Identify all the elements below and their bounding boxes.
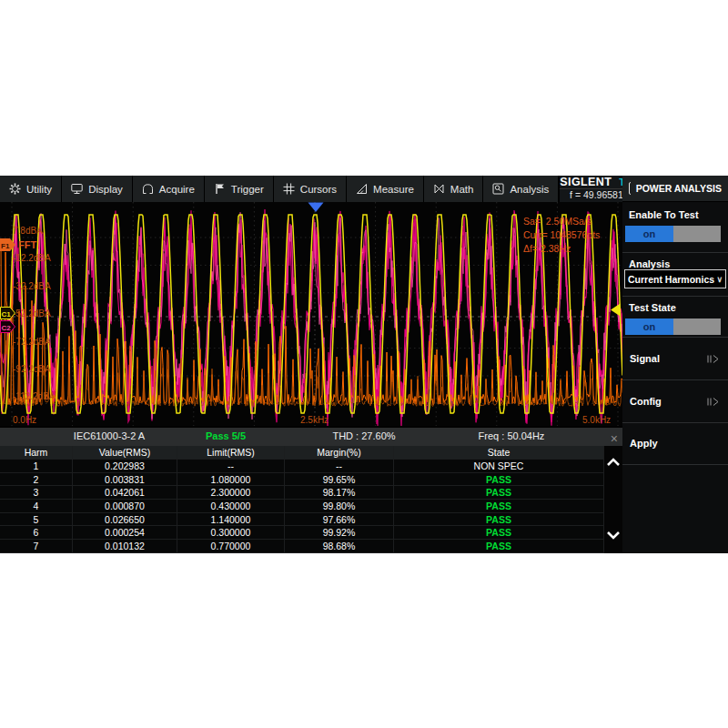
acq-info-line: Curr= 1048576pts bbox=[523, 228, 600, 242]
scroll-down-icon[interactable] bbox=[606, 530, 621, 541]
table-cell: 99.80% bbox=[285, 500, 394, 513]
fft-scale-label: -52.2dBA bbox=[13, 308, 51, 318]
waveform-display[interactable]: 7.8dBA-12.2dBA-32.2dBA-52.2dBA-72.2dBA-9… bbox=[0, 202, 622, 426]
close-icon[interactable]: × bbox=[611, 430, 618, 447]
display-column: UtilityDisplayAcquireTriggerCursorsMeasu… bbox=[0, 176, 622, 553]
menu-label: Analysis bbox=[510, 184, 549, 195]
svg-text:F1: F1 bbox=[1, 242, 10, 250]
measure-icon bbox=[356, 183, 368, 195]
table-cell: 5 bbox=[0, 513, 73, 527]
menu-math[interactable]: Math bbox=[424, 176, 484, 202]
table-cell: 7 bbox=[0, 540, 73, 553]
results-bar: IEC61000-3-2 A Pass 5/5 THD : 27.60% Fre… bbox=[0, 428, 622, 446]
pass-result: Pass 5/5 bbox=[206, 430, 246, 441]
freq-axis-start: 0.0Hz bbox=[13, 415, 36, 425]
scroll-up-icon[interactable] bbox=[606, 457, 621, 468]
menu-measure[interactable]: Measure bbox=[347, 176, 424, 202]
oscilloscope-ui: UtilityDisplayAcquireTriggerCursorsMeasu… bbox=[0, 176, 728, 553]
table-cell: 2.300000 bbox=[177, 486, 285, 500]
table-cell: -- bbox=[177, 460, 285, 473]
menu-label: Math bbox=[450, 184, 474, 195]
menu-analysis[interactable]: Analysis bbox=[483, 176, 559, 202]
divider bbox=[622, 252, 728, 253]
test-state-label: Test State bbox=[629, 302, 676, 313]
power-analysis-panel: POWER ANALYSIS Enable To Test on Analysi… bbox=[622, 176, 728, 553]
table-cell: 6 bbox=[0, 526, 73, 540]
table-cell: 1 bbox=[0, 460, 73, 473]
table-cell: 97.66% bbox=[285, 513, 394, 527]
menu-trigger[interactable]: Trigger bbox=[205, 176, 274, 202]
expand-right-icon bbox=[706, 397, 721, 407]
table-cell: 99.92% bbox=[285, 526, 394, 540]
state-cell: PASS bbox=[394, 486, 604, 500]
table-header-limitrms: Limit(RMS) bbox=[177, 446, 285, 460]
fft-scale-label: -12.2dBA bbox=[13, 253, 51, 263]
freq-readout: Freq : 50.04Hz bbox=[479, 430, 545, 441]
menu-acquire[interactable]: Acquire bbox=[133, 176, 205, 202]
fft-scale-label: -92.2dBA bbox=[13, 364, 51, 374]
menu-label: Display bbox=[88, 184, 123, 195]
table-cell: 0.003831 bbox=[73, 473, 177, 487]
svg-text:C1: C1 bbox=[2, 310, 12, 318]
trigger-position-marker[interactable] bbox=[308, 202, 324, 213]
fft-channel-marker[interactable]: F1 bbox=[0, 238, 16, 251]
config-menu-item[interactable]: Config bbox=[622, 390, 728, 412]
table-header-state: State bbox=[394, 446, 604, 460]
table-cell: -- bbox=[285, 460, 394, 473]
test-standard: IEC61000-3-2 A bbox=[74, 430, 145, 441]
table-cell: 0.770000 bbox=[177, 540, 285, 553]
test-state-toggle[interactable]: on bbox=[625, 318, 721, 335]
thd-readout: THD : 27.60% bbox=[332, 430, 395, 441]
document-icon bbox=[629, 182, 631, 195]
table-cell: 0.026650 bbox=[73, 513, 177, 527]
state-cell: NON SPEC bbox=[394, 460, 604, 473]
analysis-selected-value: Current Harmonics bbox=[628, 274, 714, 285]
table-cell: 3 bbox=[0, 486, 73, 500]
chevron-down-icon: ∨ bbox=[716, 275, 723, 284]
acq-info-line: Δf= 2.38Hz bbox=[523, 242, 600, 256]
menu-cursors[interactable]: Cursors bbox=[274, 176, 347, 202]
table-cell: 99.65% bbox=[285, 473, 394, 487]
channel-1-marker[interactable]: C1 bbox=[0, 307, 16, 319]
enable-to-test-label: Enable To Test bbox=[629, 209, 699, 220]
table-cell: 1.140000 bbox=[177, 513, 285, 527]
table-cell: 0.430000 bbox=[177, 500, 285, 513]
table-cell: 0.202983 bbox=[73, 460, 177, 473]
state-cell: PASS bbox=[394, 500, 604, 513]
divider bbox=[622, 464, 728, 465]
fft-scale-label: -32.2dBA bbox=[13, 281, 51, 291]
signal-label: Signal bbox=[630, 353, 660, 364]
table-cell: 0.000254 bbox=[73, 526, 177, 540]
menu-label: Utility bbox=[26, 184, 52, 195]
table-cell: 98.68% bbox=[285, 540, 394, 553]
menu-label: Trigger bbox=[231, 184, 264, 195]
state-cell: PASS bbox=[394, 526, 604, 540]
menu-label: Measure bbox=[373, 184, 414, 195]
fft-scale-label: -112.2dBA bbox=[13, 391, 56, 401]
panel-header: POWER ANALYSIS bbox=[622, 176, 728, 202]
table-cell: 0.000870 bbox=[73, 500, 177, 513]
analysis-dropdown[interactable]: Current Harmonics ∨ bbox=[624, 269, 726, 288]
fft-scale-label: -72.2dBA bbox=[13, 337, 51, 347]
divider bbox=[622, 422, 728, 423]
expand-right-icon bbox=[706, 354, 721, 364]
apply-menu-item[interactable]: Apply bbox=[622, 432, 728, 454]
menu-display[interactable]: Display bbox=[62, 176, 133, 202]
trigger-level-marker[interactable] bbox=[611, 303, 621, 317]
enable-to-test-toggle[interactable]: on bbox=[625, 226, 721, 242]
config-label: Config bbox=[630, 396, 662, 407]
toggle-off-segment bbox=[673, 226, 721, 242]
display-icon bbox=[71, 183, 83, 195]
state-cell: PASS bbox=[394, 473, 604, 487]
panel-title: POWER ANALYSIS bbox=[636, 183, 722, 194]
menu-label: Cursors bbox=[300, 184, 337, 195]
toggle-off-segment bbox=[673, 318, 721, 335]
table-cell: 1.080000 bbox=[177, 473, 285, 487]
acquisition-info: Sa= 2.50MSa/sCurr= 1048576ptsΔf= 2.38Hz bbox=[523, 215, 600, 256]
state-cell: PASS bbox=[394, 540, 604, 553]
channel-2-marker[interactable]: C2 bbox=[0, 320, 16, 333]
freq-axis-end: 5.0kHz bbox=[582, 415, 611, 425]
signal-menu-item[interactable]: Signal bbox=[622, 348, 728, 369]
menu-utility[interactable]: Utility bbox=[0, 176, 62, 202]
acquire-icon bbox=[142, 183, 154, 195]
